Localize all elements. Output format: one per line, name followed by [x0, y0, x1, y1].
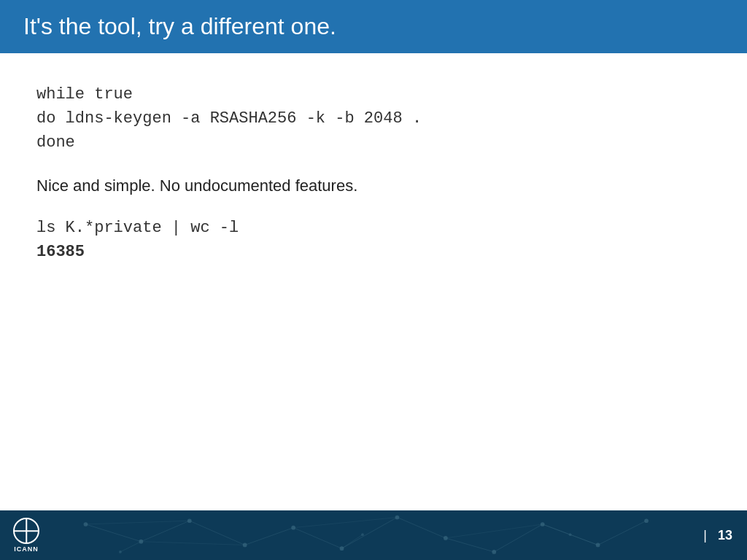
svg-line-15: [85, 524, 141, 542]
svg-point-8: [492, 550, 496, 554]
svg-line-33: [543, 524, 570, 534]
main-content: while true do ldns-keygen -a RSASHA256 -…: [0, 53, 747, 300]
code-line-count: 16385: [36, 240, 711, 264]
code-block-2: ls K.*private | wc -l 16385: [36, 216, 711, 264]
svg-line-31: [342, 534, 363, 548]
page-separator: |: [703, 528, 707, 542]
svg-line-17: [190, 521, 245, 545]
svg-line-25: [598, 521, 646, 545]
code-line-while: while true: [36, 82, 711, 106]
footer-left: ICANN: [7, 516, 45, 554]
svg-line-26: [85, 521, 189, 524]
page-info: | 13: [703, 528, 732, 543]
svg-line-29: [446, 524, 543, 538]
svg-point-12: [119, 551, 122, 553]
svg-line-32: [570, 534, 598, 545]
code-line-do: do ldns-keygen -a RSASHA256 -k -b 2048 .: [36, 106, 711, 131]
svg-line-18: [245, 528, 293, 545]
code-line-done: done: [36, 131, 711, 155]
icann-logo: ICANN: [7, 516, 45, 554]
globe-icon: [13, 518, 39, 544]
svg-line-30: [120, 542, 141, 552]
network-pattern: [51, 510, 674, 558]
icann-text: ICANN: [14, 545, 39, 553]
svg-line-19: [293, 528, 341, 548]
svg-line-22: [446, 538, 494, 552]
svg-line-27: [141, 542, 244, 545]
svg-line-21: [397, 517, 445, 537]
page-number: 13: [718, 528, 732, 542]
code-block-1: while true do ldns-keygen -a RSASHA256 -…: [36, 82, 711, 155]
slide-title: It's the tool, try a different one.: [23, 13, 336, 40]
code-line-ls: ls K.*private | wc -l: [36, 216, 711, 240]
header: It's the tool, try a different one.: [0, 0, 747, 53]
svg-line-16: [141, 521, 189, 541]
svg-line-23: [494, 524, 542, 552]
footer: ICANN: [0, 510, 747, 560]
prose-text: Nice and simple. No undocumented feature…: [36, 176, 711, 195]
svg-point-11: [644, 518, 649, 523]
